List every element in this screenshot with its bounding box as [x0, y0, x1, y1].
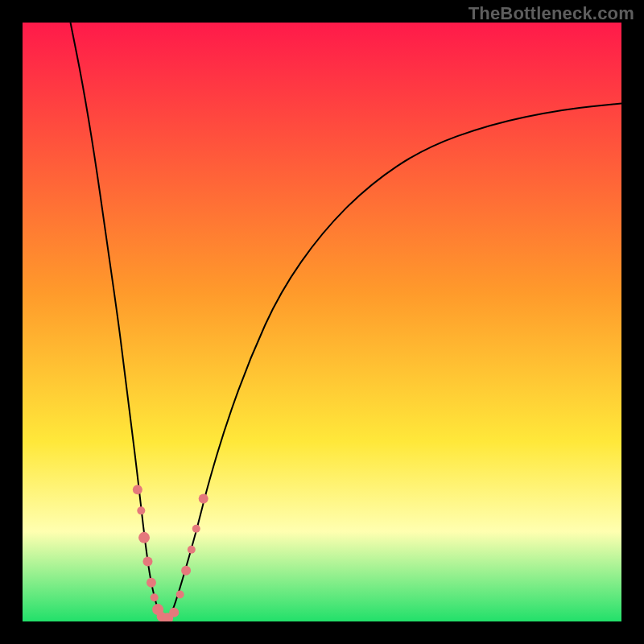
chart-frame: TheBottleneck.com [0, 0, 644, 644]
data-marker [133, 485, 142, 494]
data-marker [199, 493, 208, 503]
data-marker [138, 532, 150, 543]
data-marker [137, 506, 145, 514]
chart-svg [23, 23, 621, 621]
left-curve [71, 23, 163, 618]
data-marker [176, 591, 184, 599]
data-marker [181, 566, 191, 576]
data-marker [142, 557, 152, 567]
right-curve [169, 103, 621, 618]
chart-plot-area [23, 23, 621, 621]
data-marker [147, 578, 156, 588]
data-marker [188, 546, 196, 554]
data-marker [192, 525, 200, 533]
data-marker [151, 593, 159, 601]
watermark-text: TheBottleneck.com [469, 3, 634, 24]
marker-group [133, 485, 208, 621]
data-marker [169, 608, 179, 617]
